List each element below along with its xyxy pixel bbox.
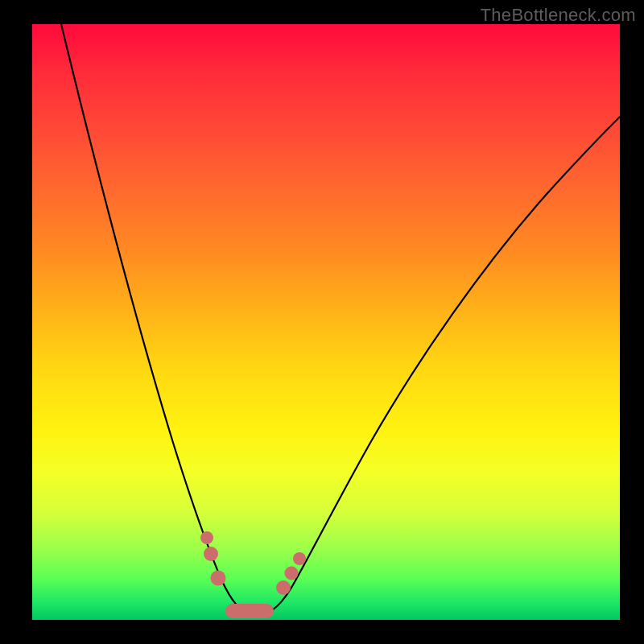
bottleneck-curve (61, 24, 620, 615)
marker-dot (211, 571, 226, 586)
plot-area (32, 24, 620, 620)
chart-frame: TheBottleneck.com (0, 0, 644, 644)
marker-dot (276, 580, 291, 595)
marker-bar (225, 604, 274, 618)
curve-svg (32, 24, 620, 620)
marker-dot (293, 552, 306, 565)
marker-dot (204, 547, 218, 561)
marker-dot (200, 531, 213, 544)
watermark-text: TheBottleneck.com (481, 5, 636, 26)
marker-dot (285, 567, 299, 580)
